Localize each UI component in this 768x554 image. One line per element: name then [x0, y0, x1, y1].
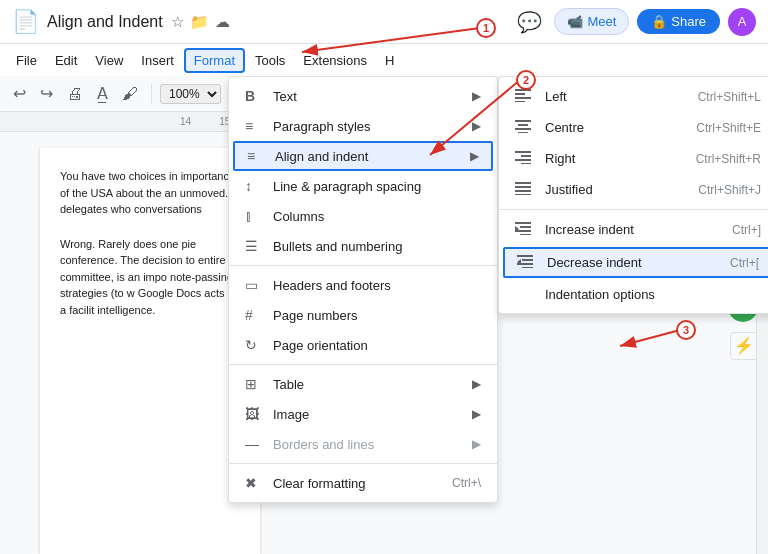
document-paper: You have two choices in importance of th…	[40, 148, 260, 554]
align-centre-item[interactable]: Centre Ctrl+Shift+E	[499, 112, 768, 143]
align-indent-arrow-icon: ▶	[470, 149, 479, 163]
badge-3: 3	[676, 320, 696, 340]
format-page-orientation-item[interactable]: ↻ Page orientation	[229, 330, 497, 360]
clear-icon: ✖	[245, 475, 265, 491]
increase-indent-shortcut: Ctrl+]	[732, 223, 761, 237]
bullets-icon: ☰	[245, 238, 265, 254]
print-button[interactable]: 🖨	[62, 82, 88, 106]
undo-button[interactable]: ↩	[8, 81, 31, 106]
align-indent-icon: ≡	[247, 148, 267, 164]
top-bar: 📄 Align and Indent ☆ 📁 ☁ 💬 📹 Meet 🔒 Shar…	[0, 0, 768, 44]
headers-icon: ▭	[245, 277, 265, 293]
align-right-item[interactable]: Right Ctrl+Shift+R	[499, 143, 768, 174]
lock-icon: 🔒	[651, 14, 667, 29]
text-bold-icon: B	[245, 88, 265, 104]
menu-edit[interactable]: Edit	[47, 50, 85, 71]
menu-view[interactable]: View	[87, 50, 131, 71]
decrease-indent-item[interactable]: Decrease indent Ctrl+[	[503, 247, 768, 278]
text-arrow-icon: ▶	[472, 89, 481, 103]
toolbar-separator-1	[151, 84, 152, 104]
align-left-label: Left	[545, 89, 567, 104]
assistant-icon[interactable]: ⚡	[730, 332, 758, 360]
cloud-icon[interactable]: ☁	[215, 13, 230, 31]
doc-paragraph-1: You have two choices in importance of th…	[60, 168, 240, 218]
meet-label: Meet	[587, 14, 616, 29]
format-image-item[interactable]: 🖼 Image ▶	[229, 399, 497, 429]
increase-indent-icon	[515, 221, 537, 238]
decrease-indent-icon	[517, 254, 539, 271]
badge-1: 1	[476, 18, 496, 38]
format-dropdown: B Text ▶ ≡ Paragraph styles ▶ ≡ Align an…	[228, 76, 498, 503]
page-orientation-icon: ↻	[245, 337, 265, 353]
format-table-item[interactable]: ⊞ Table ▶	[229, 369, 497, 399]
dropdown-sep-2	[229, 364, 497, 365]
spellcheck-button[interactable]: A̲	[92, 81, 113, 106]
menu-extensions[interactable]: Extensions	[295, 50, 375, 71]
image-arrow-icon: ▶	[472, 407, 481, 421]
table-arrow-icon: ▶	[472, 377, 481, 391]
align-right-label: Right	[545, 151, 575, 166]
menu-format[interactable]: Format	[184, 48, 245, 73]
align-centre-shortcut: Ctrl+Shift+E	[696, 121, 761, 135]
align-left-item[interactable]: Left Ctrl+Shift+L	[499, 81, 768, 112]
paint-format-button[interactable]: 🖌	[117, 82, 143, 106]
align-justified-label: Justified	[545, 182, 593, 197]
align-sep-1	[499, 209, 768, 210]
columns-icon: ⫿	[245, 208, 265, 224]
decrease-indent-shortcut: Ctrl+[	[730, 256, 759, 270]
align-right-shortcut: Ctrl+Shift+R	[696, 152, 761, 166]
title-icons: ☆ 📁 ☁	[171, 13, 230, 31]
line-spacing-icon: ↕	[245, 178, 265, 194]
dropdown-sep-3	[229, 463, 497, 464]
format-align-indent-item[interactable]: ≡ Align and indent ▶	[233, 141, 493, 171]
borders-arrow-icon: ▶	[472, 437, 481, 451]
image-icon: 🖼	[245, 406, 265, 422]
meet-icon: 📹	[567, 14, 583, 29]
align-left-icon	[515, 88, 537, 105]
format-headers-item[interactable]: ▭ Headers and footers	[229, 270, 497, 300]
align-centre-label: Centre	[545, 120, 584, 135]
format-paragraph-styles-item[interactable]: ≡ Paragraph styles ▶	[229, 111, 497, 141]
align-justified-icon	[515, 181, 537, 198]
paragraph-styles-icon: ≡	[245, 118, 265, 134]
decrease-indent-label: Decrease indent	[547, 255, 642, 270]
comment-icon[interactable]: 💬	[513, 6, 546, 38]
redo-button[interactable]: ↪	[35, 81, 58, 106]
table-icon: ⊞	[245, 376, 265, 392]
align-submenu: Left Ctrl+Shift+L Centre Ctrl+Shift+E Ri…	[498, 76, 768, 314]
format-columns-item[interactable]: ⫿ Columns	[229, 201, 497, 231]
doc-title: Align and Indent	[47, 13, 163, 31]
align-justified-item[interactable]: Justified Ctrl+Shift+J	[499, 174, 768, 205]
indentation-options-item[interactable]: Indentation options	[499, 280, 768, 309]
format-line-spacing-item[interactable]: ↕ Line & paragraph spacing	[229, 171, 497, 201]
menu-insert[interactable]: Insert	[133, 50, 182, 71]
zoom-select[interactable]: 100%	[160, 84, 221, 104]
format-bullets-item[interactable]: ☰ Bullets and numbering	[229, 231, 497, 261]
folder-icon[interactable]: 📁	[190, 13, 209, 31]
share-button[interactable]: 🔒 Share	[637, 9, 720, 34]
indentation-options-label: Indentation options	[545, 287, 655, 302]
avatar[interactable]: A	[728, 8, 756, 36]
menu-tools[interactable]: Tools	[247, 50, 293, 71]
menu-file[interactable]: File	[8, 50, 45, 71]
align-centre-icon	[515, 119, 537, 136]
top-right-actions: 💬 📹 Meet 🔒 Share A	[513, 6, 756, 38]
borders-icon: —	[245, 436, 265, 452]
page-numbers-icon: #	[245, 307, 265, 323]
increase-indent-item[interactable]: Increase indent Ctrl+]	[499, 214, 768, 245]
align-right-icon	[515, 150, 537, 167]
format-borders-item[interactable]: — Borders and lines ▶	[229, 429, 497, 459]
dropdown-sep-1	[229, 265, 497, 266]
menu-help[interactable]: H	[377, 50, 402, 71]
increase-indent-label: Increase indent	[545, 222, 634, 237]
doc-paragraph-2: Wrong. Rarely does one pie conference. T…	[60, 236, 240, 319]
star-icon[interactable]: ☆	[171, 13, 184, 31]
format-page-numbers-item[interactable]: # Page numbers	[229, 300, 497, 330]
menu-bar: File Edit View Insert Format Tools Exten…	[0, 44, 768, 76]
align-justified-shortcut: Ctrl+Shift+J	[698, 183, 761, 197]
format-clear-item[interactable]: ✖ Clear formatting Ctrl+\	[229, 468, 497, 498]
format-text-item[interactable]: B Text ▶	[229, 81, 497, 111]
badge-2: 2	[516, 70, 536, 90]
doc-icon: 📄	[12, 9, 39, 35]
meet-button[interactable]: 📹 Meet	[554, 8, 629, 35]
